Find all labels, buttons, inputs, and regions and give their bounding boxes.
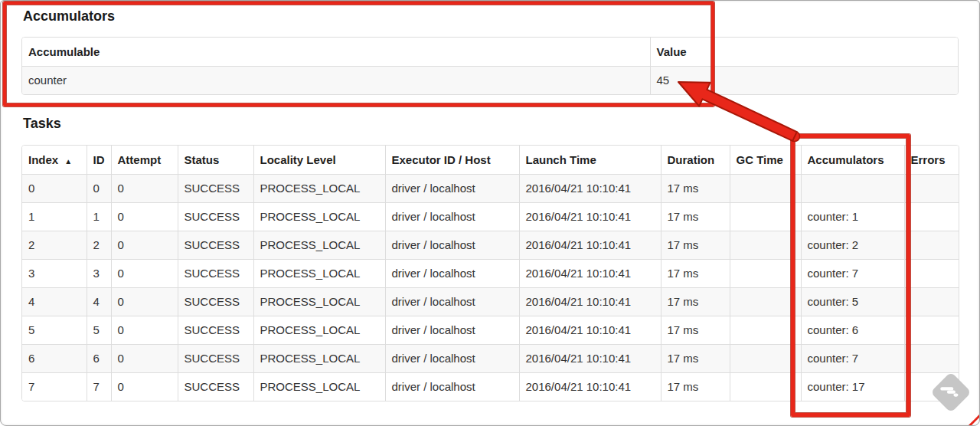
cell-executor-id-host: driver / localhost bbox=[385, 174, 519, 202]
cell-attempt: 0 bbox=[111, 287, 178, 316]
cell-launch-time: 2016/04/21 10:10:41 bbox=[519, 372, 661, 401]
cell-launch-time: 2016/04/21 10:10:41 bbox=[519, 316, 661, 344]
cell-index: 2 bbox=[22, 231, 87, 259]
cell-executor-id-host: driver / localhost bbox=[385, 231, 519, 259]
cell-duration: 17 ms bbox=[661, 372, 730, 401]
cell-gc-time bbox=[730, 287, 801, 316]
cell-index: 0 bbox=[22, 174, 87, 202]
task-row: 0 0 0 SUCCESS PROCESS_LOCAL driver / loc… bbox=[22, 174, 959, 202]
cell-locality-level: PROCESS_LOCAL bbox=[253, 287, 385, 316]
column-header-gc-time[interactable]: GC Time bbox=[730, 146, 801, 174]
cell-gc-time bbox=[730, 202, 801, 231]
cell-gc-time bbox=[730, 259, 801, 287]
cell-id: 1 bbox=[87, 202, 111, 231]
column-header-errors[interactable]: Errors bbox=[904, 146, 959, 174]
cell-duration: 17 ms bbox=[661, 174, 730, 202]
cell-duration: 17 ms bbox=[661, 231, 730, 259]
cell-errors bbox=[904, 174, 959, 202]
cell-id: 7 bbox=[87, 372, 111, 401]
cell-accumulators: counter: 7 bbox=[801, 344, 904, 372]
task-row: 2 2 0 SUCCESS PROCESS_LOCAL driver / loc… bbox=[22, 231, 959, 259]
cell-errors bbox=[904, 316, 959, 344]
cell-launch-time: 2016/04/21 10:10:41 bbox=[519, 287, 661, 316]
column-header-id[interactable]: ID bbox=[87, 146, 111, 174]
cell-accumulators: counter: 1 bbox=[801, 202, 904, 231]
cell-attempt: 0 bbox=[111, 174, 178, 202]
cell-executor-id-host: driver / localhost bbox=[385, 316, 519, 344]
column-header-duration[interactable]: Duration bbox=[661, 146, 730, 174]
task-row: 7 7 0 SUCCESS PROCESS_LOCAL driver / loc… bbox=[22, 372, 959, 401]
cell-locality-level: PROCESS_LOCAL bbox=[253, 174, 385, 202]
accumulators-header-row: Accumulable Value bbox=[22, 38, 958, 66]
cell-duration: 17 ms bbox=[661, 287, 730, 316]
cell-errors bbox=[904, 287, 959, 316]
task-row: 5 5 0 SUCCESS PROCESS_LOCAL driver / loc… bbox=[22, 316, 959, 344]
sort-ascending-icon: ▲ bbox=[64, 157, 72, 165]
column-header-index[interactable]: Index▲ bbox=[22, 146, 87, 174]
cell-status: SUCCESS bbox=[178, 287, 253, 316]
cell-launch-time: 2016/04/21 10:10:41 bbox=[519, 174, 661, 202]
cell-duration: 17 ms bbox=[661, 202, 730, 231]
cell-locality-level: PROCESS_LOCAL bbox=[253, 344, 385, 372]
tasks-section-title: Tasks bbox=[23, 115, 61, 132]
cell-errors bbox=[904, 259, 959, 287]
column-header-launch-time[interactable]: Launch Time bbox=[519, 146, 661, 174]
column-header-accumulators[interactable]: Accumulators bbox=[801, 146, 904, 174]
cell-gc-time bbox=[730, 231, 801, 259]
accumulators-section-title: Accumulators bbox=[23, 8, 115, 25]
cell-id: 6 bbox=[87, 344, 111, 372]
cell-duration: 17 ms bbox=[661, 259, 730, 287]
cell-attempt: 0 bbox=[111, 231, 178, 259]
cell-executor-id-host: driver / localhost bbox=[385, 287, 519, 316]
cell-status: SUCCESS bbox=[178, 174, 253, 202]
cell-executor-id-host: driver / localhost bbox=[385, 372, 519, 401]
cell-launch-time: 2016/04/21 10:10:41 bbox=[519, 231, 661, 259]
task-row: 3 3 0 SUCCESS PROCESS_LOCAL driver / loc… bbox=[22, 259, 959, 287]
cell-id: 5 bbox=[87, 316, 111, 344]
cell-duration: 17 ms bbox=[661, 316, 730, 344]
task-row: 1 1 0 SUCCESS PROCESS_LOCAL driver / loc… bbox=[22, 202, 959, 231]
cell-locality-level: PROCESS_LOCAL bbox=[253, 231, 385, 259]
cell-id: 0 bbox=[87, 174, 111, 202]
cell-gc-time bbox=[730, 316, 801, 344]
cell-accumulators: counter: 5 bbox=[801, 287, 904, 316]
column-header-locality-level[interactable]: Locality Level bbox=[253, 146, 385, 174]
cell-locality-level: PROCESS_LOCAL bbox=[253, 259, 385, 287]
cell-id: 4 bbox=[87, 287, 111, 316]
column-header-accumulable[interactable]: Accumulable bbox=[22, 38, 650, 66]
cell-errors bbox=[904, 202, 959, 231]
cell-executor-id-host: driver / localhost bbox=[385, 259, 519, 287]
column-header-value[interactable]: Value bbox=[650, 38, 958, 66]
task-row: 6 6 0 SUCCESS PROCESS_LOCAL driver / loc… bbox=[22, 344, 959, 372]
cell-accumulable: counter bbox=[22, 66, 650, 94]
cell-accumulators: counter: 7 bbox=[801, 259, 904, 287]
cell-index: 7 bbox=[22, 372, 87, 401]
cell-status: SUCCESS bbox=[178, 202, 253, 231]
task-row: 4 4 0 SUCCESS PROCESS_LOCAL driver / loc… bbox=[22, 287, 959, 316]
tasks-header-row: Index▲ ID Attempt Status Locality Level … bbox=[22, 146, 959, 174]
cell-attempt: 0 bbox=[111, 259, 178, 287]
annotation-corner-stroke bbox=[967, 415, 980, 426]
column-header-attempt[interactable]: Attempt bbox=[111, 146, 178, 174]
tasks-table: Index▲ ID Attempt Status Locality Level … bbox=[21, 145, 959, 401]
cell-executor-id-host: driver / localhost bbox=[385, 202, 519, 231]
cell-duration: 17 ms bbox=[661, 344, 730, 372]
cell-errors bbox=[904, 344, 959, 372]
cell-index: 5 bbox=[22, 316, 87, 344]
cell-status: SUCCESS bbox=[178, 259, 253, 287]
cell-attempt: 0 bbox=[111, 202, 178, 231]
accumulators-table: Accumulable Value counter 45 bbox=[21, 37, 959, 95]
cell-locality-level: PROCESS_LOCAL bbox=[253, 372, 385, 401]
cell-id: 2 bbox=[87, 231, 111, 259]
column-header-executor-id-host[interactable]: Executor ID / Host bbox=[385, 146, 519, 174]
cell-executor-id-host: driver / localhost bbox=[385, 344, 519, 372]
column-header-status[interactable]: Status bbox=[178, 146, 253, 174]
cell-accumulators: counter: 2 bbox=[801, 231, 904, 259]
index-header-label: Index bbox=[28, 153, 58, 166]
cell-launch-time: 2016/04/21 10:10:41 bbox=[519, 202, 661, 231]
cell-attempt: 0 bbox=[111, 344, 178, 372]
cell-gc-time bbox=[730, 174, 801, 202]
annotation-arrow-tail-cap bbox=[790, 132, 800, 142]
cell-errors bbox=[904, 372, 959, 401]
cell-index: 3 bbox=[22, 259, 87, 287]
